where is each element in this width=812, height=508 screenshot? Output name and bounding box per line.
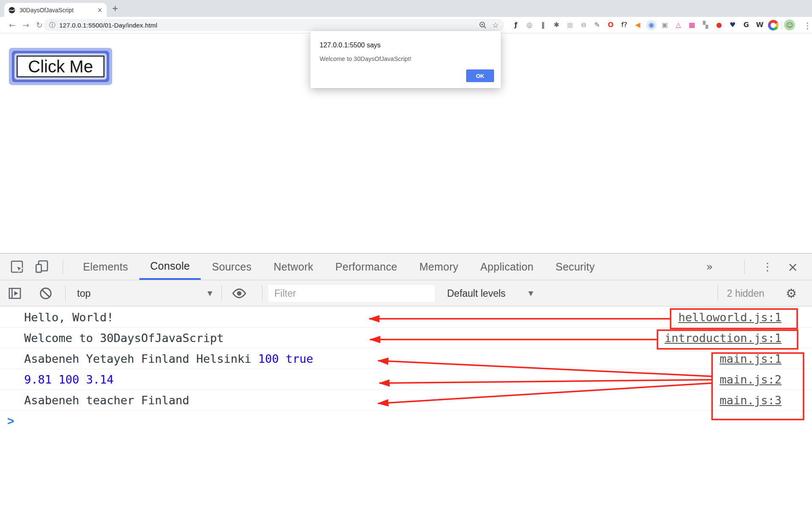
new-tab-button[interactable]: + [108, 2, 122, 15]
back-icon[interactable]: ← [9, 20, 16, 30]
live-expression-eye-icon[interactable] [231, 285, 247, 301]
console-message-text: Asabeneh Yetayeh Finland Helsinki [24, 352, 258, 365]
profile-avatar[interactable]: ☺ [784, 19, 795, 30]
heart-search-extension-icon[interactable]: ♥ [727, 20, 738, 30]
megaphone-extension-icon[interactable]: ◀ [632, 20, 643, 30]
click-me-button[interactable]: Click Me [17, 55, 105, 77]
zoom-icon[interactable] [479, 21, 487, 29]
fn-extension-icon[interactable]: ƒ [511, 20, 521, 30]
divider [63, 259, 63, 274]
console-settings-gear-icon[interactable]: ⚙ [786, 286, 797, 301]
filter-input[interactable] [268, 285, 435, 302]
console-prompt-chevron[interactable]: > [0, 411, 812, 431]
divider [65, 286, 66, 301]
browser-tab[interactable]: 30DaysOfJavaScript × [4, 3, 107, 17]
browser-window: 30DaysOfJavaScript × + ← → ↻ ⓘ 127.0.0.1… [0, 0, 812, 508]
console-row: 9.81 100 3.14 main.js:2 [0, 369, 812, 390]
url-text[interactable]: 127.0.0.1:5500/01-Day/index.html [59, 22, 157, 29]
site-info-icon[interactable]: ⓘ [49, 21, 55, 29]
devtools-tab-console[interactable]: Console [139, 254, 201, 280]
source-link[interactable]: introduction.js:1 [665, 331, 782, 345]
camera-extension-icon[interactable]: ▣ [660, 20, 670, 30]
more-tabs-icon[interactable]: » [706, 260, 713, 273]
console-row: Asabeneh teacher Finland main.js:3 [0, 390, 812, 411]
console-row: Asabeneh Yetayeh Finland Helsinki 100 tr… [0, 348, 812, 369]
alert-dialog-message: Welcome to 30DaysOfJavaScript! [320, 55, 492, 62]
alert-dialog-title: 127.0.0.1:5500 says [320, 41, 492, 49]
console-message-text: Hello, World! [24, 311, 113, 324]
console-row: Hello, World! helloworld.js:1 [0, 307, 812, 328]
devtools-tab-security[interactable]: Security [544, 254, 606, 280]
tab-title: 30DaysOfJavaScript [19, 7, 97, 14]
rainbow-extension-icon[interactable]: ● [768, 20, 779, 30]
tab-strip: 30DaysOfJavaScript × + [0, 0, 812, 17]
context-selector[interactable]: top [77, 287, 91, 299]
address-bar[interactable]: ⓘ 127.0.0.1:5500/01-Day/index.html ☆ [44, 19, 504, 31]
tab-close-icon[interactable]: × [97, 6, 102, 14]
inspect-element-icon[interactable] [10, 260, 24, 273]
console-toolbar: top ▼ Default levels ▼ 2 hidden ⚙ [0, 280, 812, 306]
devtools-panel: Elements Console Sources Network Perform… [0, 253, 812, 508]
extension-icons-row: ƒ ◎ ‖ ✱ ▦ ⊖ ✎ O f? ◀ [511, 17, 779, 33]
reload-icon[interactable]: ↻ [36, 20, 43, 30]
pause-extension-icon[interactable]: ‖ [538, 20, 548, 30]
source-link[interactable]: helloworld.js:1 [678, 311, 782, 324]
source-link[interactable]: main.js:1 [720, 352, 782, 365]
source-link[interactable]: main.js:2 [720, 373, 782, 386]
alert-ok-button[interactable]: OK [466, 69, 494, 82]
devtools-tab-application[interactable]: Application [470, 254, 545, 280]
alert-dialog: 127.0.0.1:5500 says Welcome to 30DaysOfJ… [310, 31, 501, 88]
divider [221, 286, 222, 301]
w-extension-icon[interactable]: W [754, 20, 765, 30]
toolbar-divider [782, 20, 782, 30]
eyedropper-extension-icon[interactable]: ✎ [592, 20, 602, 30]
forward-icon[interactable]: → [22, 20, 29, 30]
grid-extension-icon[interactable]: ▦ [565, 20, 575, 30]
triangle-extension-icon[interactable]: △ [673, 20, 684, 30]
minus-circle-extension-icon[interactable]: ⊖ [578, 20, 589, 30]
hidden-messages-count[interactable]: 2 hidden [727, 287, 764, 299]
console-sidebar-icon[interactable] [8, 286, 22, 301]
console-row: Welcome to 30DaysOfJavaScript introducti… [0, 328, 812, 348]
target-extension-icon[interactable]: ◎ [524, 20, 535, 30]
devtools-tab-performance[interactable]: Performance [324, 254, 408, 280]
device-toolbar-icon[interactable] [35, 260, 49, 274]
clear-console-icon[interactable] [39, 287, 52, 300]
source-link[interactable]: main.js:3 [720, 394, 782, 407]
divider [262, 286, 262, 301]
browser-menu-icon[interactable]: ⋮ [804, 21, 812, 30]
f-question-extension-icon[interactable]: f? [619, 20, 630, 30]
devtools-close-icon[interactable]: × [787, 260, 798, 274]
console-messages: Hello, World! helloworld.js:1 Welcome to… [0, 307, 812, 508]
pink-square-extension-icon[interactable]: ▩ [687, 20, 697, 30]
red-circle-extension-icon[interactable]: ● [714, 20, 724, 30]
console-message-text: Asabeneh teacher Finland [24, 394, 189, 407]
g-extension-icon[interactable]: G [741, 20, 751, 30]
console-message-number: 100 true [258, 352, 313, 365]
devtools-tab-bar: Elements Console Sources Network Perform… [0, 254, 812, 280]
bookmark-star-icon[interactable]: ☆ [492, 21, 499, 29]
divider [718, 286, 718, 301]
globe-favicon-icon [8, 7, 15, 14]
ring-extension-icon[interactable]: ◉ [646, 20, 657, 30]
devtools-menu-icon[interactable]: ⋮ [762, 260, 773, 273]
console-message-text: Welcome to 30DaysOfJavaScript [24, 331, 224, 345]
devtools-tab-network[interactable]: Network [262, 254, 324, 280]
divider [744, 259, 745, 274]
opera-extension-icon[interactable]: O [605, 20, 616, 30]
chevron-down-icon[interactable]: ▼ [207, 290, 213, 297]
blocks-extension-icon[interactable]: ▚ [700, 20, 711, 30]
bug-extension-icon[interactable]: ✱ [551, 20, 562, 30]
devtools-tabs: Elements Console Sources Network Perform… [72, 254, 606, 280]
devtools-tab-elements[interactable]: Elements [72, 254, 139, 280]
devtools-tab-memory[interactable]: Memory [408, 254, 469, 280]
chevron-down-icon[interactable]: ▼ [528, 290, 533, 297]
devtools-tab-sources[interactable]: Sources [201, 254, 262, 280]
console-message-number: 9.81 100 3.14 [24, 373, 113, 386]
log-levels-selector[interactable]: Default levels [447, 287, 505, 299]
